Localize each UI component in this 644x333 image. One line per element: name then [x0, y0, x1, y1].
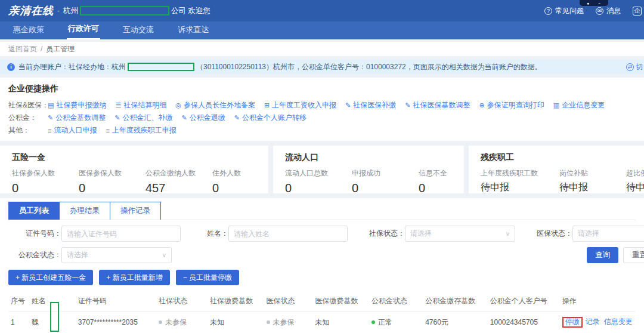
- col-yibao-base: 医保缴费基数: [313, 291, 369, 312]
- record-icon: ●: [587, 1, 589, 5]
- id-number-input[interactable]: [61, 226, 181, 242]
- app-logo: 亲清在线: [8, 4, 54, 18]
- op-gjj-base-adjust[interactable]: ✎公积金基数调整: [48, 113, 106, 123]
- name-input[interactable]: [228, 226, 348, 242]
- breadcrumb-current: 员工管理: [46, 44, 75, 54]
- quick-operations-panel: 企业便捷操作 社保&医保： ▤社保费申报缴纳 ☰社保结算明细 ◎参保人员长住外地…: [0, 78, 644, 141]
- nav-item-policies[interactable]: 惠企政策: [12, 24, 45, 39]
- metric-abroad-count: 住外人数 0: [212, 168, 268, 193]
- gjj-status-select[interactable]: 请选择 ∨: [61, 247, 172, 263]
- status-dot-green: [371, 320, 375, 324]
- message-icon: ✉: [596, 7, 603, 15]
- quickops-row-other: 其他： ≡流动人口申报 ≡上年度残疾职工申报: [8, 124, 636, 137]
- quickops-row-label: 公积金：: [8, 113, 48, 123]
- shebao-status-select[interactable]: 请选择 ∨: [405, 226, 515, 242]
- info-change-link[interactable]: 信息变更: [604, 317, 633, 326]
- question-icon: ?: [544, 7, 552, 15]
- op-shebao-yibao-base-adjust[interactable]: ✎社保医保基数调整: [405, 100, 470, 110]
- enterprise-icon: 企: [633, 7, 642, 16]
- tab-processing-results[interactable]: 办理结果: [60, 202, 110, 220]
- op-shebao-yibao-supplement[interactable]: ✎社保医保补缴: [345, 100, 396, 110]
- col-id-number: 证件号码: [76, 291, 156, 312]
- nav-item-licensing[interactable]: 行政许可: [67, 23, 100, 39]
- reset-button[interactable]: 重置: [623, 247, 644, 263]
- edit-icon: ✎: [345, 101, 351, 109]
- faq-label: 常见问题: [555, 6, 584, 16]
- op-shebao-fee-declare[interactable]: ▤社保费申报缴纳: [48, 100, 106, 110]
- name-label: 姓名：: [202, 229, 228, 239]
- nav-item-appeals[interactable]: 诉求直达: [177, 24, 210, 39]
- create-employee-button[interactable]: + 新员工创建五险一金: [8, 270, 93, 285]
- id-number-label: 证件号码：: [17, 229, 61, 239]
- declare-icon: ▤: [48, 101, 54, 109]
- metric-disabled-count: 上年度残疾职工数 待申报: [481, 168, 551, 193]
- yibao-status-label: 医保状态：: [533, 229, 572, 239]
- record-link[interactable]: 记录: [586, 317, 600, 326]
- report-icon: ⊞: [264, 101, 270, 109]
- building-icon: ▥: [553, 101, 559, 109]
- gjj-status-label: 公积金状态：: [12, 250, 61, 260]
- stat-card-title: 残疾职工: [481, 152, 632, 163]
- op-gjj-account-transfer[interactable]: ✎公积金个人账户转移: [234, 113, 306, 123]
- stat-card-title: 五险一金: [12, 152, 256, 163]
- tab-employee-list[interactable]: 员工列表: [8, 202, 60, 220]
- main-nav: 惠企政策 行政许可 互动交流 诉求直达: [0, 21, 644, 39]
- op-floating-population-declare[interactable]: ≡流动人口申报: [48, 125, 97, 135]
- list-icon: ☰: [115, 101, 121, 109]
- switch-account-link[interactable]: ⇄ 切: [624, 60, 643, 74]
- stat-card-floating-population: 流动人口 流动人口总数 0 申报成功 0 信息不全 0: [273, 146, 464, 193]
- op-gjj-refund[interactable]: ✎公积金退缴: [181, 113, 225, 123]
- chevron-down-icon: ⌄: [597, 1, 601, 5]
- account-notice-bar: i 当前办理账户：社保经办地：杭州 （3011000102250113）杭州市，…: [0, 60, 644, 74]
- filter-row-1: 证件号码： 姓名： 社保状态： 请选择 ∨ 医保状态： 请选择 ∨: [8, 226, 636, 242]
- col-actions: 操作: [560, 291, 636, 312]
- breadcrumb: 返回首页 / 员工管理: [0, 42, 644, 56]
- notice-text-after: （3011000102250113）杭州市，公积金单位客户号：010000327…: [196, 62, 542, 72]
- op-disabled-staff-declare[interactable]: ≡上年度残疾职工申报: [106, 125, 176, 135]
- stop-payment-link[interactable]: 停缴: [565, 317, 580, 326]
- annotation-red-box: 停缴: [562, 317, 583, 328]
- op-company-info-change[interactable]: ▥企业信息变更: [553, 100, 605, 110]
- op-remote-residence-record[interactable]: ◎参保人员长住外地备案: [175, 100, 255, 110]
- table-row: 1 魏 3707**********2035 未参保 未知 未参保 未知 正常 …: [8, 312, 636, 333]
- query-button[interactable]: 查询: [587, 247, 618, 263]
- op-shebao-settlement-detail[interactable]: ☰社保结算明细: [115, 100, 166, 110]
- status-dot-gray: [159, 320, 162, 324]
- batch-stop-button[interactable]: − 员工批量停缴: [176, 270, 239, 285]
- table-header-row: 序号 姓名 证件号码 社保状态 社保缴费基数 医保状态 医保缴费基数 公积金状态…: [8, 291, 636, 312]
- faq-link[interactable]: ? 常见问题: [544, 6, 584, 16]
- employee-tabs: 员工列表 办理结果 操作记录: [8, 202, 636, 220]
- status-dot-gray: [267, 320, 270, 324]
- enterprise-link[interactable]: 企: [633, 7, 642, 16]
- filter-actions: 查询 重置: [587, 247, 644, 263]
- metric-info-incomplete: 信息不全 0: [419, 168, 464, 193]
- breadcrumb-back-link[interactable]: 返回首页: [8, 44, 37, 54]
- tab-operation-records[interactable]: 操作记录: [110, 202, 161, 220]
- redaction-box-notice-name: [128, 63, 194, 71]
- yibao-status-select[interactable]: 请选择 ∨: [572, 226, 644, 242]
- target-icon: ◎: [175, 101, 181, 109]
- edit-icon: ✎: [234, 114, 240, 122]
- quickops-row-gongjijin: 公积金： ✎公积金基数调整 ✎公积金汇、补缴 ✎公积金退缴 ✎公积金个人账户转移: [8, 112, 636, 124]
- stat-card-wuxianyijin: 五险一金 社保参保人数 0 医保参保人数 0 公积金缴纳人数 457 住外人数 …: [0, 146, 268, 193]
- col-index: 序号: [8, 291, 29, 312]
- breadcrumb-separator: /: [41, 45, 42, 53]
- welcome-city: 杭州: [63, 6, 78, 16]
- batch-add-button[interactable]: + 新员工批量新增: [99, 270, 169, 285]
- op-annual-wage-declare[interactable]: ⊞上年度工资收入申报: [264, 100, 336, 110]
- op-insurance-cert-print[interactable]: ⊕参保证明查询打印: [479, 100, 544, 110]
- switch-icon: ⇄: [626, 63, 634, 71]
- overlay-widget: ● ⌄: [580, 0, 608, 6]
- op-gjj-remit-supplement[interactable]: ✎公积金汇、补缴: [114, 113, 172, 123]
- metric-declare-success: 申报成功 0: [352, 168, 410, 193]
- redaction-box-company-name: [80, 6, 169, 16]
- stat-card-disabled-staff: 残疾职工 上年度残疾职工数 待申报 岗位补贴 待申报 超比例补贴 待申报: [469, 146, 644, 193]
- col-shebao-status: 社保状态: [156, 291, 208, 312]
- table-actions-row: + 新员工创建五险一金 + 新员工批量新增 − 员工批量停缴: [8, 270, 636, 285]
- nav-item-interaction[interactable]: 互动交流: [122, 24, 155, 39]
- welcome-text: 公司 欢迎您: [171, 6, 210, 16]
- edit-icon: ✎: [48, 114, 53, 122]
- employee-name: 魏: [29, 312, 76, 333]
- logo-separator: -: [57, 7, 60, 15]
- messages-link[interactable]: ✉ 消息: [596, 6, 621, 16]
